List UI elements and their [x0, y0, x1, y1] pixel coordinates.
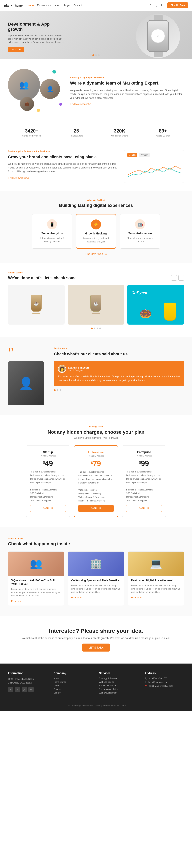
footer-link-career[interactable]: Career	[54, 684, 93, 687]
footer-col-company: Company About Team Stories Career Privac…	[54, 672, 93, 695]
author-name: Leanna Simpson	[68, 366, 89, 369]
sales-automation-icon: 🤖	[135, 219, 145, 229]
service-title-2: Sales Automation	[124, 231, 156, 235]
testimonial-dots	[54, 389, 184, 391]
footer-col-information: Information 1002 Fenwick Lane, North Edi…	[8, 672, 48, 695]
testimonial-title: Check what's our clients said about us	[54, 351, 184, 357]
stat-label-0: Completed Projects	[22, 134, 42, 137]
service-card-sales[interactable]: 🤖 Sales Automation Channel clarity and d…	[120, 214, 160, 249]
stat-completed: 3420+ Completed Projects	[22, 128, 42, 137]
copycat-logo-text: CoPycat	[131, 290, 147, 295]
article-text-0: Lorem ipsum dolor sit amet, sed diam non…	[11, 587, 61, 597]
pricing-btn-startup[interactable]: SIGN UP	[30, 505, 66, 512]
pricing-grid: Startup / Monthly Package $49 This plan …	[8, 445, 184, 517]
cta-description: We believe that the success of our compa…	[8, 637, 184, 640]
footer-address: 1002 Fenwick Lane, North Edithwood, CA 1…	[8, 677, 48, 684]
testimonial-tag: Testimonials	[54, 347, 184, 349]
hero-cta-button[interactable]: SIGN UP	[8, 47, 24, 52]
footer-svc-design[interactable]: Website Design	[99, 681, 139, 683]
nav-links: Home Extra Addons About Pages Contact	[28, 4, 82, 7]
pricing-section: Pricing Table Not any hidden charges, ch…	[0, 415, 192, 527]
dot-yellow	[37, 109, 40, 112]
footer-heading-services: Services	[99, 672, 139, 675]
testimonial-section: " 👤 Testimonials Check what's our client…	[0, 337, 192, 415]
footer-svc-strategy[interactable]: Strategy & Research	[99, 677, 139, 680]
service-desc-2: Channel clarity and desired outcome	[124, 237, 156, 243]
services-tag: What We Do Best	[8, 199, 184, 201]
pricing-card-professional: Professional / Monthly Package $79 This …	[74, 445, 118, 517]
nav-pages[interactable]: Pages	[63, 4, 71, 7]
chart-tab-annually[interactable]: Annually	[139, 153, 150, 157]
map-icon: 📍	[145, 685, 147, 687]
services-more-link[interactable]: Find More About Us	[85, 253, 107, 255]
pricing-btn-enterprise[interactable]: SIGN UP	[126, 505, 162, 512]
article-link-2[interactable]: Read more	[131, 596, 142, 599]
testimonial-content: Testimonials Check what's our clients sa…	[54, 347, 184, 391]
hero-watch: ◔	[136, 14, 180, 58]
article-card-2: 💻 Destination Digital Advertisement Lore…	[128, 551, 184, 606]
email-icon: ✉	[145, 681, 146, 683]
footer-social-in[interactable]: in	[28, 687, 34, 692]
footer-social-t[interactable]: t	[15, 687, 20, 692]
cta-button[interactable]: LET'S TALK	[82, 644, 109, 652]
dot-teal	[52, 70, 56, 73]
footer-svc-web[interactable]: Web Development	[99, 691, 139, 694]
copycat-cup	[164, 303, 176, 320]
article-link-1[interactable]: Read more	[71, 596, 82, 599]
footer-link-privacy[interactable]: Privacy	[54, 688, 93, 690]
stat-number-3: 89+	[156, 128, 170, 134]
chart-tab-monthly[interactable]: Monthly	[127, 153, 137, 157]
donut-icon: 🍩	[139, 308, 152, 319]
stat-users: 320K Worldwide Users	[111, 128, 128, 137]
works-next-button[interactable]: ›	[179, 275, 184, 281]
navbar: Blank Theme Home Extra Addons About Page…	[0, 0, 192, 11]
about-content: Best Digital Agency In The World We're a…	[70, 76, 184, 105]
article-title-1: Co-Working Spaces and Their Benefits	[71, 579, 121, 582]
pricing-period-2: / Monthly Package	[126, 455, 162, 457]
about-image-tiny: 💼	[20, 97, 34, 111]
testimonial-card: 👩 Leanna Simpson UI/UX Designer Exclusiv…	[54, 361, 184, 386]
footer-link-contact[interactable]: Contact	[54, 691, 93, 694]
stat-number-1: 25	[70, 128, 83, 134]
nav-about[interactable]: About	[54, 4, 61, 7]
footer-link-team[interactable]: Team Stories	[54, 681, 93, 683]
stat-headquarters: 25 Headquarters	[70, 128, 83, 137]
software-more-link[interactable]: Find More About Us	[8, 177, 29, 179]
footer-bottom: © 2019 All Rights Reserved. Carefully cr…	[8, 701, 184, 707]
about-image-small: 👤	[40, 79, 60, 99]
works-grid: ☕ ☕ 🍩 CoPycat	[8, 285, 184, 324]
service-card-social[interactable]: 📱 Social Analytics Introduction and kick…	[32, 214, 72, 249]
work-item-0: ☕	[8, 285, 64, 324]
hero-dots	[92, 54, 100, 56]
nav-extra[interactable]: Extra Addons	[37, 4, 51, 7]
stat-awards: 89+ Award Winner	[156, 128, 170, 137]
brand-logo: Blank Theme	[4, 4, 23, 7]
footer-svc-reports[interactable]: Reports & Analytics	[99, 688, 139, 690]
footer-link-about[interactable]: About	[54, 677, 93, 680]
footer-email: ✉ hello@example.com	[145, 681, 184, 684]
nav-contact[interactable]: Contact	[74, 4, 82, 7]
service-card-growth[interactable]: ⚡ Growth Hacking Market-centric growth a…	[76, 214, 116, 249]
stat-label-2: Worldwide Users	[111, 134, 128, 137]
nav-home[interactable]: Home	[28, 4, 34, 7]
software-tag: Best Analytics Software In the Business	[8, 150, 118, 153]
testimonial-person-image: 👤	[8, 361, 44, 405]
pricing-btn-professional[interactable]: SIGN UP	[78, 505, 114, 512]
software-text: Best Analytics Software In the Business …	[8, 150, 118, 179]
footer-social-g[interactable]: g+	[22, 687, 27, 692]
social-in: in	[161, 4, 163, 7]
hero-section: Development & App growth High framework …	[0, 11, 192, 59]
stat-label-1: Headquarters	[70, 134, 83, 137]
signup-button[interactable]: Sign Up Free	[167, 2, 188, 8]
works-prev-button[interactable]: ‹	[171, 275, 177, 281]
pricing-features-2: This plan is suitable for small business…	[126, 470, 162, 502]
stat-number-2: 320K	[111, 128, 128, 134]
footer-social-f[interactable]: f	[8, 687, 13, 692]
articles-tag: Latest Articles	[8, 537, 184, 539]
footer-svc-seo[interactable]: SEO Optimization	[99, 684, 139, 687]
about-more-link[interactable]: Find More About Us	[70, 103, 91, 105]
pricing-period-0: / Monthly Package	[30, 455, 66, 457]
hero-description: High framework one week lead solution to…	[8, 34, 64, 44]
stat-label-3: Award Winner	[156, 134, 170, 137]
article-link-0[interactable]: Read more	[11, 600, 22, 602]
